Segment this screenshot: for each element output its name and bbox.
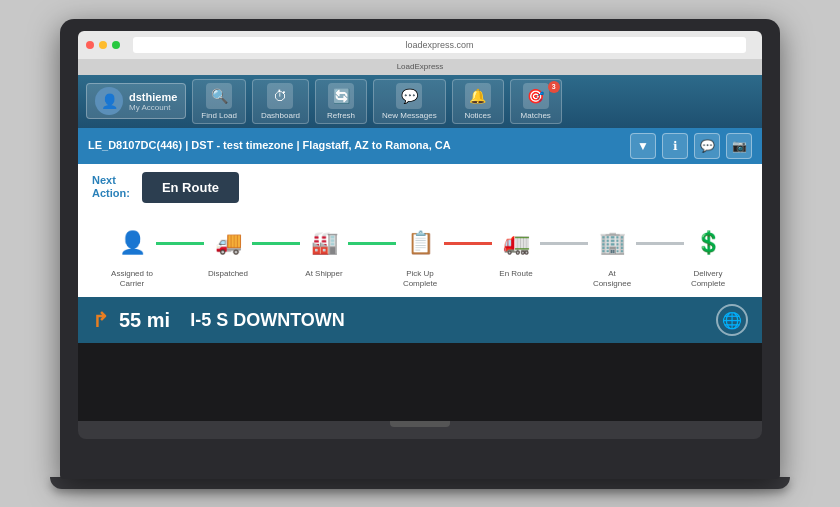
shipper-label: At Shipper xyxy=(305,269,342,279)
delivery-label: Delivery Complete xyxy=(684,269,732,290)
laptop-notch xyxy=(390,421,450,427)
step-en-route: 🚛 En Route xyxy=(492,223,540,279)
app-header: 👤 dsthieme My Account 🔍 Find Load ⏱ Dash… xyxy=(78,75,762,128)
en-route-label: En Route xyxy=(499,269,532,279)
new-messages-label: New Messages xyxy=(382,111,437,120)
matches-label: Matches xyxy=(521,111,551,120)
nav-find-load[interactable]: 🔍 Find Load xyxy=(192,79,246,124)
nav-notices[interactable]: 🔔 Notices xyxy=(452,79,504,124)
en-route-button[interactable]: En Route xyxy=(142,172,239,203)
consignee-label: At Consignee xyxy=(588,269,636,290)
next-action-area: Next Action: En Route xyxy=(78,164,762,211)
username: dsthieme xyxy=(129,91,177,103)
connector-5 xyxy=(540,242,588,245)
pickup-icon: 📋 xyxy=(407,230,434,256)
message-icon: 💬 xyxy=(396,83,422,109)
notices-label: Notices xyxy=(464,111,491,120)
url-bar[interactable]: loadexpress.com xyxy=(133,37,746,53)
info-button[interactable]: ℹ xyxy=(662,133,688,159)
screen-bezel: loadexpress.com LoadExpress 👤 dsthieme M… xyxy=(78,31,762,421)
app-content: 👤 dsthieme My Account 🔍 Find Load ⏱ Dash… xyxy=(78,75,762,344)
step-dispatched: 🚚 Dispatched xyxy=(204,223,252,279)
matches-badge: 3 xyxy=(548,81,560,93)
refresh-icon: 🔄 xyxy=(328,83,354,109)
next-action-label: Next Action: xyxy=(92,174,130,200)
user-block[interactable]: 👤 dsthieme My Account xyxy=(86,83,186,119)
tab-bar: LoadExpress xyxy=(78,59,762,75)
laptop-outer: loadexpress.com LoadExpress 👤 dsthieme M… xyxy=(60,19,780,479)
camera-icon: 📷 xyxy=(732,139,747,153)
laptop-base xyxy=(78,421,762,439)
assigned-icon: 👤 xyxy=(119,230,146,256)
dashboard-label: Dashboard xyxy=(261,111,300,120)
chat-button[interactable]: 💬 xyxy=(694,133,720,159)
step-assigned: 👤 Assigned to Carrier xyxy=(108,223,156,290)
bottom-nav: ↱ 55 mi I-5 S DOWNTOWN 🌐 xyxy=(78,297,762,343)
chevron-down-icon: ▼ xyxy=(637,139,649,153)
connector-4 xyxy=(444,242,492,245)
connector-6 xyxy=(636,242,684,245)
load-info-bar: LE_D8107DC(446) | DST - test timezone | … xyxy=(78,128,762,164)
camera-button[interactable]: 📷 xyxy=(726,133,752,159)
step-consignee: 🏢 At Consignee xyxy=(588,223,636,290)
bell-icon: 🔔 xyxy=(465,83,491,109)
load-title: LE_D8107DC(446) | DST - test timezone | … xyxy=(88,138,624,152)
step-pickup: 📋 Pick Up Complete xyxy=(396,223,444,290)
dashboard-icon: ⏱ xyxy=(267,83,293,109)
search-icon: 🔍 xyxy=(206,83,232,109)
avatar: 👤 xyxy=(95,87,123,115)
connector-3 xyxy=(348,242,396,245)
nav-messages[interactable]: 💬 New Messages xyxy=(373,79,446,124)
info-icon: ℹ xyxy=(673,139,678,153)
assigned-label: Assigned to Carrier xyxy=(108,269,156,290)
close-dot[interactable] xyxy=(86,41,94,49)
laptop-container: loadexpress.com LoadExpress 👤 dsthieme M… xyxy=(50,19,790,489)
turn-arrow-icon: ↱ xyxy=(92,308,109,332)
dispatched-label: Dispatched xyxy=(208,269,248,279)
step-delivery: 💲 Delivery Complete xyxy=(684,223,732,290)
en-route-icon: 🚛 xyxy=(503,230,530,256)
nav-dashboard[interactable]: ⏱ Dashboard xyxy=(252,79,309,124)
dispatched-icon: 🚚 xyxy=(215,230,242,256)
my-account-label: My Account xyxy=(129,103,177,112)
distance-text: 55 mi xyxy=(119,309,170,332)
find-load-label: Find Load xyxy=(201,111,237,120)
shipper-icon: 🏭 xyxy=(311,230,338,256)
pickup-label: Pick Up Complete xyxy=(396,269,444,290)
refresh-label: Refresh xyxy=(327,111,355,120)
dropdown-button[interactable]: ▼ xyxy=(630,133,656,159)
maximize-dot[interactable] xyxy=(112,41,120,49)
matches-icon: 🎯 xyxy=(523,83,549,109)
nav-refresh[interactable]: 🔄 Refresh xyxy=(315,79,367,124)
delivery-icon: 💲 xyxy=(695,230,722,256)
step-at-shipper: 🏭 At Shipper xyxy=(300,223,348,279)
route-text: I-5 S DOWNTOWN xyxy=(190,310,706,331)
browser-chrome: loadexpress.com xyxy=(78,31,762,59)
nav-matches[interactable]: 🎯 Matches 3 xyxy=(510,79,562,124)
connector-2 xyxy=(252,242,300,245)
progress-tracker: 👤 Assigned to Carrier 🚚 Dispatched xyxy=(78,211,762,298)
connector-1 xyxy=(156,242,204,245)
chat-icon: 💬 xyxy=(700,139,715,153)
minimize-dot[interactable] xyxy=(99,41,107,49)
consignee-icon: 🏢 xyxy=(599,230,626,256)
globe-button[interactable]: 🌐 xyxy=(716,304,748,336)
